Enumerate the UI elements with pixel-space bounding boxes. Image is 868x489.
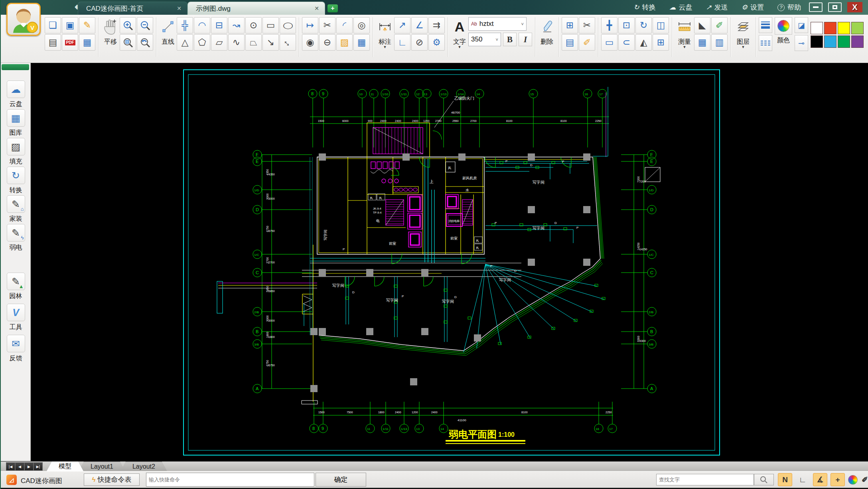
double-arrow-button[interactable]: ↔	[280, 34, 296, 51]
sidebar-item-garden[interactable]: ✎▲园林	[1, 273, 31, 300]
aligned-dim-button[interactable]: ↗	[394, 17, 410, 33]
pentagon-button[interactable]: ⬠	[194, 34, 210, 51]
bold-button[interactable]: B	[503, 33, 517, 46]
send-button[interactable]: ↗发送	[706, 3, 728, 12]
drawing-canvas[interactable]: 8910111/101/1112131/131/141415161789111/…	[31, 63, 868, 461]
first-layout-button[interactable]: |◀	[6, 462, 15, 471]
angular-dim-button[interactable]: ∠	[411, 17, 428, 33]
swatch-red[interactable]	[824, 22, 836, 34]
swatch-yellow[interactable]	[838, 22, 850, 34]
sidebar-item-convert[interactable]: ↻转换	[1, 167, 31, 194]
cut-button[interactable]: ✂	[579, 17, 595, 33]
move-button[interactable]: ╋	[601, 17, 617, 33]
color-tool[interactable]: 颜色	[775, 17, 792, 45]
zoom-previous-button[interactable]	[137, 34, 153, 51]
last-layout-button[interactable]: ▶|	[34, 462, 43, 471]
pan-tool[interactable]: 平移	[101, 17, 120, 46]
convert-button[interactable]: ↻转换	[633, 3, 655, 12]
layer-dropdown-icon[interactable]: ▼	[742, 46, 745, 48]
save-button[interactable]: ▣	[62, 17, 78, 33]
quick-command-button[interactable]: ϟ 快捷命令表	[84, 473, 140, 486]
tab-layout2[interactable]: Layout2	[120, 462, 167, 471]
open-file-button[interactable]: ❏	[45, 17, 61, 33]
fillet-button[interactable]: ◜	[336, 17, 353, 33]
view-3d-button[interactable]: ◫	[653, 17, 669, 33]
crosshair-toggle[interactable]: +	[831, 473, 845, 486]
swatch-green-light[interactable]	[851, 22, 864, 34]
zoom-window-button[interactable]	[120, 34, 136, 51]
node-select-button[interactable]: ⊸	[795, 35, 808, 51]
tab-document[interactable]: 示例图.dwg ✕	[187, 2, 325, 15]
close-button[interactable]: X	[847, 2, 862, 12]
polar-toggle[interactable]: ∡	[813, 473, 827, 486]
ordinate-dim-button[interactable]: ∟	[394, 34, 410, 51]
prev-layout-button[interactable]: ◀	[15, 462, 24, 471]
search-button[interactable]	[754, 474, 774, 485]
spline-button[interactable]: ∿	[228, 34, 245, 51]
cloud-button[interactable]: ☁云盘	[669, 3, 692, 12]
erase-tool[interactable]: 删除	[538, 17, 556, 46]
ortho-toggle[interactable]: ∟	[795, 473, 810, 486]
offset-button[interactable]: ⊂	[618, 34, 635, 51]
settings-button[interactable]: ⚙设置	[742, 3, 764, 12]
swatch-white[interactable]	[811, 22, 823, 34]
multi-point-button[interactable]: ╬	[177, 17, 193, 33]
export-pdf-button[interactable]: PDF	[62, 34, 78, 51]
dimension-dropdown-icon[interactable]: ▼	[383, 46, 387, 48]
text-size-select[interactable]: 350 ˅	[468, 33, 501, 46]
new-tab-button[interactable]: +	[327, 4, 338, 12]
snap-toggle[interactable]: N	[778, 473, 792, 486]
paste-button[interactable]: ▤	[562, 34, 578, 51]
dim-settings-button[interactable]: ⚙	[428, 34, 445, 51]
pen-mode-button[interactable]: ✐	[858, 473, 868, 486]
measure-area-button[interactable]: ◣	[694, 17, 710, 33]
tab-document-close-icon[interactable]: ✕	[314, 5, 319, 12]
search-text-input[interactable]	[656, 474, 754, 485]
swatch-cyan[interactable]	[824, 35, 836, 48]
command-input[interactable]	[146, 473, 314, 487]
tangent-circle-button[interactable]: ◎	[353, 17, 370, 33]
sidebar-item-feedback[interactable]: ✉反馈	[1, 335, 31, 363]
parallelogram-button[interactable]: ▱	[211, 34, 227, 51]
print-button[interactable]: ▤	[45, 34, 61, 51]
revision-cloud-button[interactable]: ⊖	[319, 34, 335, 51]
color-wheel-button[interactable]	[775, 17, 792, 35]
insert-image-button[interactable]: ▦	[353, 34, 370, 51]
zoom-out-button[interactable]	[137, 17, 153, 33]
arrow-line-button[interactable]: ↘	[262, 34, 279, 51]
trim-button[interactable]: ✂	[319, 17, 335, 33]
sidebar-item-weak-current[interactable]: ✎ϟ弱电	[1, 224, 31, 252]
rotate-button[interactable]: ↻	[635, 17, 652, 33]
swatch-green[interactable]	[838, 35, 850, 48]
lineweight-button[interactable]	[759, 17, 772, 33]
triangle-button[interactable]: △	[177, 34, 193, 51]
sidebar-item-hatch[interactable]: ▨填充	[1, 138, 31, 166]
swatch-black[interactable]	[811, 35, 823, 48]
save-as-button[interactable]: ✎	[79, 17, 95, 33]
circle-button[interactable]: ⊙	[245, 17, 262, 33]
layer-tool[interactable]: 图层 ▼	[734, 17, 753, 48]
swatch-purple[interactable]	[851, 35, 864, 48]
font-select[interactable]: Ab hztxt ˅	[468, 17, 527, 31]
sidebar-item-gallery[interactable]: ▦图库	[1, 109, 31, 137]
arc-3pt-button[interactable]: ◠	[194, 17, 210, 33]
copy-button[interactable]: ⊞	[562, 17, 578, 33]
maximize-button[interactable]	[828, 2, 842, 12]
ok-button[interactable]: 确定	[316, 473, 366, 487]
tab-model[interactable]: 模型	[47, 462, 83, 471]
radius-dim-button[interactable]: ⊘	[411, 34, 428, 51]
ellipse-button[interactable]: ◯	[280, 17, 296, 33]
mirror-button[interactable]: ◭	[635, 34, 652, 51]
text-tool[interactable]: A 文字 ▼	[451, 17, 468, 48]
export-view-image-button[interactable]: ▦	[694, 34, 710, 51]
next-layout-button[interactable]: ▶	[24, 462, 34, 471]
tab-layout1[interactable]: Layout1	[79, 462, 125, 471]
italic-button[interactable]: I	[519, 33, 532, 46]
trapezoid-button[interactable]: ⏢	[245, 34, 262, 51]
sidebar-item-cloud[interactable]: ☁云盘	[1, 81, 31, 108]
dimension-tool[interactable]: 标注 ▼	[376, 17, 394, 48]
scale-button[interactable]: ⊡	[618, 17, 635, 33]
rectangle-button[interactable]: ▭	[262, 17, 279, 33]
tab-home-close-icon[interactable]: ✕	[177, 5, 181, 12]
export-image-button[interactable]: ▦	[79, 34, 95, 51]
